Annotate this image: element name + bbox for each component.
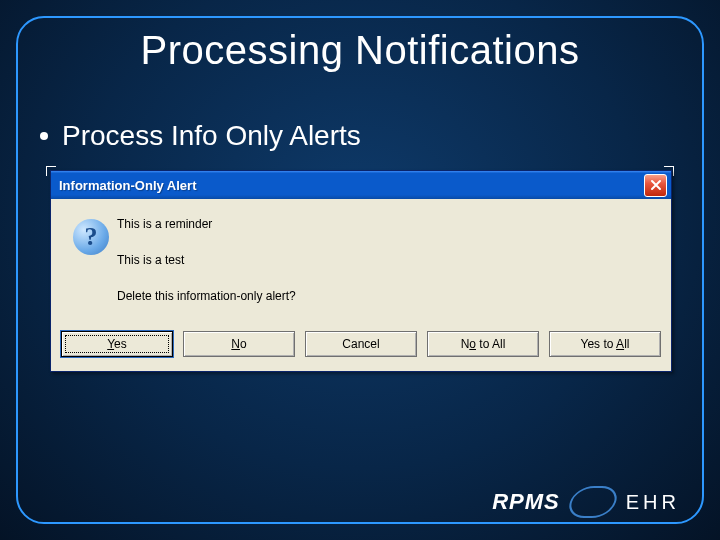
logo-brand: RPMS [492,489,560,515]
question-icon: ? [65,217,117,311]
yes-button[interactable]: Yes [61,331,173,357]
no-to-all-button[interactable]: No to All [427,331,539,357]
info-alert-dialog: Information-Only Alert ? This is a remin… [50,170,672,372]
bullet-dot-icon [40,132,48,140]
yes-to-all-button[interactable]: Yes to All [549,331,661,357]
close-button[interactable] [644,174,667,197]
bullet-item: Process Info Only Alerts [40,120,361,152]
message-line: Delete this information-only alert? [117,289,657,303]
message-line: This is a reminder [117,217,657,231]
message-line: This is a test [117,253,657,267]
dialog-messages: This is a reminder This is a test Delete… [117,217,657,311]
yes-label-rest: es [114,337,127,351]
no-button[interactable]: No [183,331,295,357]
slide: Processing Notifications Process Info On… [0,0,720,540]
dialog-body: ? This is a reminder This is a test Dele… [51,199,671,321]
slide-title: Processing Notifications [0,28,720,73]
cancel-button[interactable]: Cancel [305,331,417,357]
bullet-text: Process Info Only Alerts [62,120,361,151]
dialog-titlebar[interactable]: Information-Only Alert [51,171,671,199]
swoosh-icon [565,486,621,518]
dialog-title: Information-Only Alert [59,178,196,193]
close-icon [650,179,662,191]
footer-logo: RPMS EHR [492,486,680,518]
dialog-button-row: Yes No Cancel No to All Yes to All [51,321,671,371]
logo-suffix: EHR [626,491,680,514]
